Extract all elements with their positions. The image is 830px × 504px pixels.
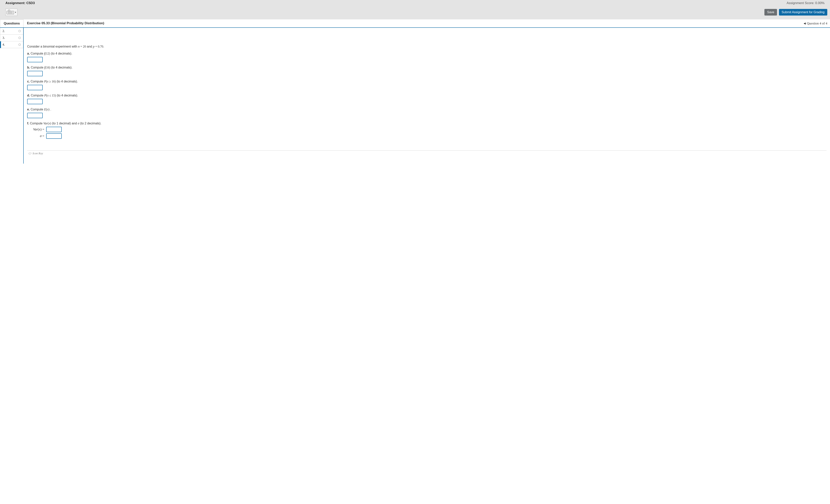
part-a-input[interactable] (27, 57, 43, 62)
assignment-title: Assignment: C5D3 (5, 1, 35, 5)
keyboard-toggle-button[interactable]: ▼ (5, 8, 18, 16)
part-f-var-input[interactable] (46, 127, 62, 132)
top-bar: Assignment: C5D3 Assignment Score: 0.00%… (0, 0, 830, 20)
question-position-nav[interactable]: ◀ Question 4 of 4 (804, 22, 827, 25)
part-f-sigma-input[interactable] (46, 133, 62, 139)
status-ring-icon (19, 43, 21, 46)
part-f-var-row: Var(x) = (27, 127, 827, 132)
part-d-input[interactable] (27, 99, 43, 104)
sidebar-item-q3[interactable]: 3. (0, 35, 23, 41)
problem-intro: Consider a binomial experiment with n = … (27, 45, 827, 48)
question-sidebar: 2. 3. 4. (0, 28, 23, 48)
status-ring-icon (19, 30, 21, 32)
assignment-score: Assignment Score: 0.00% (787, 1, 825, 5)
question-number: 2. (2, 29, 5, 33)
part-b-prompt: b. Compute f(16) (to 4 decimals). (27, 66, 827, 69)
part-d-prompt: d. Compute P(x ≤ 15) (to 4 decimals). (27, 94, 827, 97)
icon-key-link[interactable]: Icon Key (27, 150, 827, 155)
keyboard-icon (6, 9, 14, 15)
question-number: 4. (2, 43, 5, 46)
part-f-prompt: f. Compute Var(x) (to 1 decimal) and σ (… (27, 122, 827, 125)
sidebar-item-q2[interactable]: 2. (0, 28, 23, 35)
exercise-title: Exercise 05.33 (Binomial Probability Dis… (24, 20, 108, 27)
part-c-input[interactable] (27, 85, 43, 90)
svg-rect-1 (8, 10, 10, 11)
triangle-left-icon: ◀ (804, 22, 806, 25)
sidebar-item-q4[interactable]: 4. (0, 41, 23, 48)
part-c-prompt: c. Compute P(x ≥ 16) (to 4 decimals). (27, 80, 827, 83)
part-a-prompt: a. Compute f(12) (to 4 decimals). (27, 52, 827, 55)
part-b-input[interactable] (27, 71, 43, 76)
part-f-sigma-row: σ = (27, 133, 827, 139)
question-position-text: Question 4 of 4 (807, 22, 827, 25)
status-ring-icon (19, 37, 21, 39)
question-number: 3. (2, 36, 5, 40)
submit-assignment-button[interactable]: Submit Assignment for Grading (779, 9, 827, 15)
part-e-prompt: e. Compute E(x) . (27, 108, 827, 111)
question-content: Consider a binomial experiment with n = … (23, 28, 830, 164)
part-e-input[interactable] (27, 113, 43, 118)
chevron-down-icon: ▼ (14, 11, 17, 13)
question-header-bar: Questions Exercise 05.33 (Binomial Proba… (0, 20, 830, 28)
questions-header: Questions (0, 20, 24, 27)
save-button[interactable]: Save (764, 9, 777, 15)
key-icon (29, 153, 31, 154)
